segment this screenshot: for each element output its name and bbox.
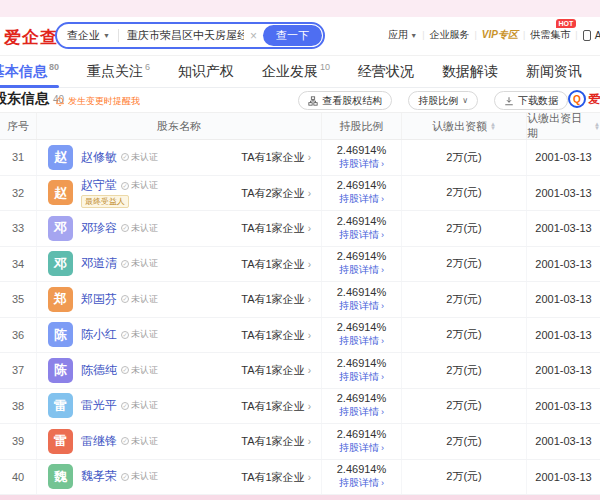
- nav-item-0[interactable]: 应用▼: [388, 28, 417, 42]
- column-label: 认缴出资日期: [527, 111, 591, 141]
- search-input[interactable]: [127, 30, 244, 42]
- search-category-dropdown[interactable]: 查企业 ▼: [67, 28, 110, 43]
- holding-detail-link[interactable]: 持股详情 ›: [339, 299, 384, 313]
- tab-1[interactable]: 重点关注6: [87, 56, 150, 87]
- column-header-3[interactable]: 认缴出资额▲▼: [402, 113, 527, 139]
- holding-detail-link[interactable]: 持股详情 ›: [339, 441, 384, 455]
- related-companies-link[interactable]: TA有1家企业 ›: [241, 327, 311, 342]
- bell-icon: [55, 97, 65, 107]
- shareholder-name-link[interactable]: 陈德纯: [81, 362, 117, 379]
- aiqicha-float-widget[interactable]: Q 爱企: [568, 90, 600, 108]
- related-companies-label: TA有1家企业: [241, 221, 304, 236]
- shareholder-name-link[interactable]: 魏孝荣: [81, 468, 117, 485]
- row-index: 35: [0, 282, 37, 317]
- shareholder-name-cell: 雷 雷光平 ✓ 未认证 TA有1家企业 ›: [37, 389, 322, 424]
- holding-ratio-filter-button[interactable]: 持股比例 ∨: [408, 91, 478, 110]
- nav-item-1[interactable]: 企业服务: [430, 28, 470, 42]
- verify-label: 未认证: [131, 179, 158, 192]
- shareholder-name-link[interactable]: 赵守堂: [81, 177, 117, 194]
- column-header-4[interactable]: 认缴出资日期▲▼: [527, 113, 600, 139]
- related-companies-link[interactable]: TA有1家企业 ›: [241, 292, 311, 307]
- holding-detail-link[interactable]: 持股详情 ›: [339, 228, 384, 242]
- chevron-right-icon: ›: [308, 187, 311, 198]
- avatar: 雷: [48, 393, 73, 418]
- verify-status: ✓ 未认证: [121, 222, 158, 235]
- change-alert-link[interactable]: 发生变更时提醒我: [55, 95, 140, 108]
- related-companies-link[interactable]: TA有1家企业 ›: [241, 221, 311, 236]
- related-companies-link[interactable]: TA有1家企业 ›: [241, 434, 311, 449]
- column-label: 股东名称: [157, 119, 201, 134]
- related-companies-link[interactable]: TA有1家企业 ›: [241, 363, 311, 378]
- tab-label: 重点关注: [87, 63, 143, 81]
- subscribed-date-cell: 2001-03-13: [527, 282, 600, 317]
- verify-status: ✓ 未认证: [121, 435, 158, 448]
- nav-separator: |: [575, 30, 577, 40]
- column-header-1: 股东名称: [37, 113, 322, 139]
- shareholder-name-link[interactable]: 雷光平: [81, 397, 117, 414]
- holding-detail-label: 持股详情: [339, 157, 379, 171]
- chevron-right-icon: ›: [308, 436, 311, 447]
- shareholder-name-link[interactable]: 赵修敏: [81, 149, 117, 166]
- sort-icon[interactable]: ▲▼: [490, 122, 496, 130]
- related-companies-link[interactable]: TA有1家企业 ›: [241, 150, 311, 165]
- chevron-right-icon: ›: [381, 230, 384, 240]
- chevron-right-icon: ›: [381, 265, 384, 275]
- shareholder-name-link[interactable]: 邓珍容: [81, 220, 117, 237]
- shareholder-name-link[interactable]: 陈小红: [81, 326, 117, 343]
- holding-detail-link[interactable]: 持股详情 ›: [339, 263, 384, 277]
- tab-0[interactable]: 基本信息80: [0, 56, 59, 87]
- holding-detail-link[interactable]: 持股详情 ›: [339, 370, 384, 384]
- tab-2[interactable]: 知识产权: [178, 56, 234, 87]
- shareholder-name-link[interactable]: 雷继锋: [81, 433, 117, 450]
- table-body: 31 赵 赵修敏 ✓ 未认证 TA有1家企业 › 2.46914%: [0, 140, 600, 495]
- related-companies-link[interactable]: TA有1家企业 ›: [241, 256, 311, 271]
- download-data-button[interactable]: 下载数据: [494, 91, 568, 110]
- verify-icon: ✓: [121, 295, 129, 303]
- holding-ratio-value: 2.46914%: [337, 463, 387, 475]
- holding-detail-label: 持股详情: [339, 405, 379, 419]
- nav-item-3[interactable]: 供需集市HOT: [530, 28, 570, 42]
- search-bar[interactable]: 查企业 ▼ × 查一下: [55, 22, 325, 49]
- holding-detail-link[interactable]: 持股详情 ›: [339, 476, 384, 490]
- table-header-row: 序号股东名称持股比例认缴出资额▲▼认缴出资日期▲▼: [0, 112, 600, 140]
- nav-item-4[interactable]: AP: [583, 30, 600, 41]
- chevron-right-icon: ›: [308, 294, 311, 305]
- related-companies-label: TA有2家企业: [241, 185, 304, 200]
- name-block: 雷光平 ✓ 未认证: [81, 397, 158, 414]
- search-button[interactable]: 查一下: [263, 25, 322, 46]
- phone-icon: [583, 30, 591, 41]
- nav-item-2[interactable]: VIP专区: [482, 28, 518, 42]
- shareholder-name-link[interactable]: 郑国芬: [81, 291, 117, 308]
- related-companies-link[interactable]: TA有1家企业 ›: [241, 469, 311, 484]
- holding-ratio-value: 2.46914%: [337, 428, 387, 440]
- sort-icon[interactable]: ▲▼: [594, 122, 600, 130]
- aiqicha-logo[interactable]: 爱企查: [4, 26, 58, 49]
- verify-icon: ✓: [121, 473, 129, 481]
- holding-detail-link[interactable]: 持股详情 ›: [339, 157, 384, 171]
- section-title-text: 股东信息: [0, 90, 49, 108]
- table-row: 40 魏 魏孝荣 ✓ 未认证 TA有1家企业 › 2.46914%: [0, 460, 600, 496]
- tab-5[interactable]: 数据解读: [442, 56, 498, 87]
- tab-3[interactable]: 企业发展10: [262, 56, 330, 87]
- holding-ratio-cell: 2.46914% 持股详情 ›: [322, 318, 402, 353]
- holding-detail-link[interactable]: 持股详情 ›: [339, 192, 384, 206]
- header: 爱企查 查企业 ▼ × 查一下 应用▼|企业服务|VIP专区|供需集市HOT|A…: [0, 17, 600, 55]
- related-companies-link[interactable]: TA有2家企业 ›: [241, 185, 311, 200]
- tab-6[interactable]: 新闻资讯: [526, 56, 582, 87]
- chevron-right-icon: ›: [381, 336, 384, 346]
- holding-ratio-value: 2.46914%: [337, 321, 387, 333]
- column-header-0: 序号: [0, 113, 37, 139]
- view-equity-structure-button[interactable]: 查看股权结构: [298, 91, 392, 110]
- holding-detail-link[interactable]: 持股详情 ›: [339, 405, 384, 419]
- clear-icon[interactable]: ×: [250, 29, 257, 43]
- related-companies-link[interactable]: TA有1家企业 ›: [241, 398, 311, 413]
- holding-detail-link[interactable]: 持股详情 ›: [339, 334, 384, 348]
- shareholder-name-link[interactable]: 邓道清: [81, 255, 117, 272]
- subscribed-amount-cell: 2万(元): [402, 318, 527, 353]
- table-row: 31 赵 赵修敏 ✓ 未认证 TA有1家企业 › 2.46914%: [0, 140, 600, 176]
- row-index: 36: [0, 318, 37, 353]
- shareholder-name-cell: 陈 陈德纯 ✓ 未认证 TA有1家企业 ›: [37, 353, 322, 388]
- table-row: 35 郑 郑国芬 ✓ 未认证 TA有1家企业 › 2.46914%: [0, 282, 600, 318]
- tab-4[interactable]: 经营状况: [358, 56, 414, 87]
- holding-detail-label: 持股详情: [339, 299, 379, 313]
